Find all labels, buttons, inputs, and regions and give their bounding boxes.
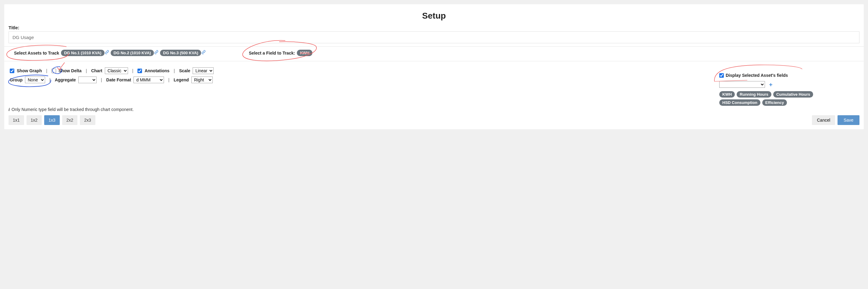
select-field-label: Select a Field to Track: <box>249 51 295 56</box>
save-button[interactable]: Save <box>838 115 860 125</box>
display-fields-checkbox[interactable] <box>719 73 724 78</box>
chart-label: Chart <box>91 68 102 73</box>
asset-tag[interactable]: DG No.3 (500 KVA) <box>160 50 201 56</box>
info-text: Only Numeric type field will be tracked … <box>11 107 134 112</box>
select-assets-label: Select Assets to Track <box>14 51 59 56</box>
show-graph-checkbox[interactable] <box>10 68 14 73</box>
annotations-label: Annotations <box>145 68 169 73</box>
display-fields-label: Display Selected Asset's fields <box>726 73 788 78</box>
info-icon: i <box>8 107 10 112</box>
size-button-2x2[interactable]: 2x2 <box>62 115 78 125</box>
aggregate-select[interactable] <box>78 77 97 83</box>
add-field-button[interactable]: ＋ <box>768 81 774 88</box>
date-format-select[interactable]: d MMM <box>133 77 164 83</box>
size-button-1x1[interactable]: 1x1 <box>8 115 24 125</box>
page-title: Setup <box>4 11 864 21</box>
scale-label: Scale <box>179 68 190 73</box>
legend-label: Legend <box>174 78 189 82</box>
show-delta-label: Show Delta <box>59 68 82 73</box>
cancel-button[interactable]: Cancel <box>812 115 835 125</box>
group-label: Group <box>10 78 23 82</box>
scale-select[interactable]: Linear <box>193 67 214 74</box>
field-pill[interactable]: KWH <box>719 91 735 97</box>
asset-tag[interactable]: DG No.1 (1010 KVA) <box>61 50 104 56</box>
field-tag[interactable]: KWH <box>297 50 312 56</box>
link-icon[interactable] <box>154 50 159 54</box>
legend-select[interactable]: Right <box>191 77 213 83</box>
size-button-1x3[interactable]: 1x3 <box>44 115 60 125</box>
annotations-checkbox[interactable] <box>137 68 142 73</box>
asset-tag[interactable]: DG No.2 (1010 KVA) <box>111 50 154 56</box>
show-graph-label: Show Graph <box>17 68 42 73</box>
field-pill[interactable]: Cumulative Hours <box>773 91 813 97</box>
add-field-select[interactable] <box>719 81 765 88</box>
size-button-1x2[interactable]: 1x2 <box>27 115 42 125</box>
aggregate-label: Aggregate <box>55 78 76 82</box>
link-icon[interactable] <box>201 50 206 54</box>
chart-select[interactable]: Classic <box>105 67 128 74</box>
group-select[interactable]: None <box>25 77 45 83</box>
title-label: Title: <box>8 25 860 30</box>
field-pill[interactable]: Running Hours <box>737 91 771 97</box>
date-format-label: Date Format <box>106 78 131 82</box>
show-delta-checkbox[interactable] <box>52 68 56 73</box>
link-icon[interactable] <box>104 50 110 54</box>
size-button-2x3[interactable]: 2x3 <box>80 115 95 125</box>
field-pill[interactable]: HSD Consumption <box>719 99 761 106</box>
title-input[interactable] <box>8 31 860 43</box>
field-pill[interactable]: Efficiency <box>762 99 787 106</box>
